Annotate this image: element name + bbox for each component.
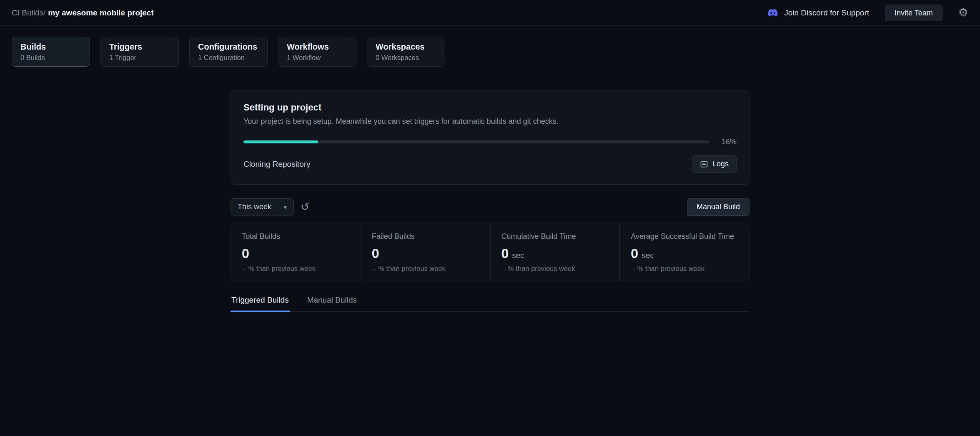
- setup-progress-row: 16%: [243, 138, 737, 146]
- week-filter-value: This week: [238, 203, 271, 211]
- stat-value: 0: [631, 246, 638, 261]
- summary-cards-row: Builds 0 Builds Triggers 1 Trigger Confi…: [0, 26, 980, 67]
- stat-label: Average Successful Build Time: [631, 232, 738, 241]
- tab-manual-builds[interactable]: Manual Builds: [306, 296, 358, 312]
- stat-label: Total Builds: [242, 232, 350, 241]
- card-title: Builds: [20, 42, 81, 52]
- stat-value: 0: [501, 246, 509, 261]
- discord-icon: [767, 8, 779, 18]
- setup-description: Your project is being setup. Meanwhile y…: [243, 117, 737, 126]
- summary-card-workflows[interactable]: Workflows 1 Workflow: [278, 37, 356, 67]
- tab-triggered-builds[interactable]: Triggered Builds: [231, 296, 290, 312]
- controls-row: This week ▾ ↺ Manual Build: [231, 198, 749, 216]
- summary-card-triggers[interactable]: Triggers 1 Trigger: [100, 37, 179, 67]
- logs-button[interactable]: Logs: [692, 155, 737, 173]
- progress-fill: [243, 140, 318, 143]
- logs-button-label: Logs: [712, 160, 729, 168]
- card-title: Triggers: [109, 42, 170, 52]
- summary-card-builds[interactable]: Builds 0 Builds: [12, 37, 90, 67]
- gear-icon: ⚙: [958, 6, 968, 19]
- card-title: Configurations: [198, 42, 259, 52]
- refresh-icon: ↺: [301, 201, 309, 213]
- setup-status-text: Cloning Repository: [243, 160, 311, 169]
- card-title: Workspaces: [376, 42, 436, 52]
- stat-cumulative-build-time: Cumulative Build Time 0 sec -- % than pr…: [490, 223, 620, 282]
- setup-title: Setting up project: [243, 102, 737, 113]
- topbar-actions: Join Discord for Support Invite Team ⚙: [767, 5, 968, 21]
- card-subtitle: 1 Workflow: [287, 54, 348, 62]
- card-subtitle: 0 Builds: [20, 54, 81, 62]
- progress-bar: [243, 140, 709, 143]
- stat-delta: -- % than previous week: [501, 265, 609, 273]
- stat-total-builds: Total Builds 0 -- % than previous week: [231, 223, 361, 282]
- stat-unit: sec: [642, 251, 654, 260]
- stats-grid: Total Builds 0 -- % than previous week F…: [231, 223, 749, 282]
- card-subtitle: 1 Trigger: [109, 54, 170, 62]
- chevron-down-icon: ▾: [283, 203, 287, 211]
- progress-percent: 16%: [718, 138, 737, 146]
- stat-value: 0: [372, 246, 379, 261]
- summary-card-workspaces[interactable]: Workspaces 0 Workspaces: [367, 37, 445, 67]
- breadcrumb-app-link[interactable]: CI Builds/: [12, 8, 45, 18]
- stat-value: 0: [242, 246, 249, 261]
- stat-unit: sec: [512, 251, 524, 260]
- setup-panel: Setting up project Your project is being…: [231, 90, 749, 185]
- card-subtitle: 0 Workspaces: [376, 54, 436, 62]
- stat-label: Cumulative Build Time: [501, 232, 609, 241]
- settings-button[interactable]: ⚙: [958, 7, 968, 18]
- discord-support-label: Join Discord for Support: [784, 8, 869, 18]
- stat-failed-builds: Failed Builds 0 -- % than previous week: [361, 223, 490, 282]
- card-subtitle: 1 Configuration: [198, 54, 259, 62]
- invite-team-button[interactable]: Invite Team: [885, 5, 942, 21]
- refresh-button[interactable]: ↺: [301, 202, 309, 212]
- discord-support-link[interactable]: Join Discord for Support: [767, 8, 869, 18]
- stat-delta: -- % than previous week: [631, 265, 738, 273]
- logs-icon: [700, 160, 708, 168]
- controls-left: This week ▾ ↺: [231, 198, 309, 215]
- topbar: CI Builds/ my awesome mobile project Joi…: [0, 0, 980, 26]
- stat-delta: -- % than previous week: [242, 265, 350, 273]
- summary-card-configurations[interactable]: Configurations 1 Configuration: [189, 37, 268, 67]
- breadcrumb: CI Builds/ my awesome mobile project: [12, 8, 154, 18]
- stat-label: Failed Builds: [372, 232, 479, 241]
- project-name: my awesome mobile project: [48, 8, 153, 18]
- card-title: Workflows: [287, 42, 348, 52]
- stat-delta: -- % than previous week: [372, 265, 479, 273]
- stat-average-successful-build-time: Average Successful Build Time 0 sec -- %…: [619, 223, 749, 282]
- setup-status-row: Cloning Repository Logs: [243, 155, 737, 173]
- builds-tabs: Triggered Builds Manual Builds: [231, 296, 749, 312]
- week-filter-dropdown[interactable]: This week ▾: [231, 198, 294, 215]
- manual-build-button[interactable]: Manual Build: [687, 198, 749, 216]
- main-content: Setting up project Your project is being…: [231, 90, 749, 312]
